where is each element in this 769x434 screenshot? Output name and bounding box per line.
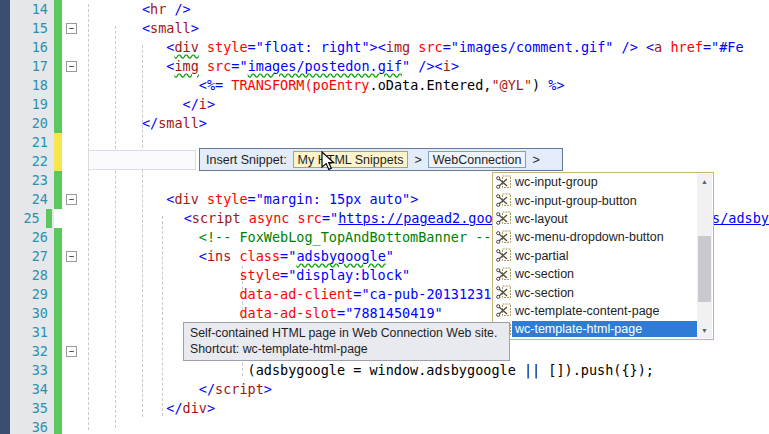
- crumb-separator: >: [532, 153, 539, 167]
- code-line[interactable]: 36: [0, 418, 769, 434]
- fold-margin: [62, 228, 85, 247]
- snippet-icon: [495, 285, 512, 300]
- code-line[interactable]: 14 <hr />: [0, 0, 769, 19]
- snippet-item-label: wc-template-html-page: [512, 321, 697, 337]
- snippet-icon: [495, 248, 512, 263]
- snippet-item[interactable]: wc-input-group: [493, 173, 697, 191]
- change-tracking-bar: [54, 418, 62, 434]
- change-tracking-bar: [54, 285, 62, 304]
- snippet-icon: [495, 230, 512, 245]
- code-line[interactable]: 20 </small>: [0, 114, 769, 133]
- change-tracking-bar: [54, 247, 62, 266]
- snippet-folder-webconnection[interactable]: WebConnection: [428, 151, 527, 168]
- scroll-up-arrow-icon[interactable]: ▲: [697, 174, 712, 189]
- snippet-item-label: wc-input-group-button: [512, 193, 697, 209]
- snippet-icon: [495, 267, 512, 282]
- line-number: 17: [10, 57, 54, 76]
- change-tracking-bar: [54, 342, 62, 361]
- code-text: </div>: [85, 399, 769, 418]
- snippet-item[interactable]: wc-template-html-page: [493, 320, 697, 338]
- snippet-tooltip: Self-contained HTML page in Web Connecti…: [183, 322, 510, 361]
- snippet-item[interactable]: wc-layout: [493, 210, 697, 228]
- scroll-thumb[interactable]: [698, 236, 711, 302]
- line-number: 21: [10, 133, 54, 152]
- snippet-item[interactable]: wc-section: [493, 283, 697, 301]
- snippet-item-label: wc-section: [512, 266, 697, 282]
- code-text: <small>: [85, 19, 769, 38]
- code-line[interactable]: 33 (adsbygoogle = window.adsbygoogle || …: [0, 361, 769, 380]
- fold-margin: −: [62, 57, 85, 76]
- fold-collapse-box[interactable]: −: [66, 61, 77, 72]
- change-tracking-bar: [54, 266, 62, 285]
- change-tracking-bar: [54, 0, 62, 19]
- code-text: <div style="float: right"><img src="imag…: [85, 38, 769, 57]
- code-line[interactable]: 34 </script>: [0, 380, 769, 399]
- change-tracking-bar: [54, 361, 62, 380]
- change-tracking-bar: [54, 323, 62, 342]
- line-number: 15: [10, 19, 54, 38]
- line-number: 20: [10, 114, 54, 133]
- change-tracking-bar: [54, 228, 62, 247]
- snippet-item-label: wc-input-group: [512, 174, 697, 190]
- mouse-cursor-icon: [321, 151, 335, 176]
- fold-collapse-box[interactable]: −: [66, 251, 77, 262]
- snippet-item-label: wc-partial: [512, 248, 697, 264]
- fold-margin: [52, 209, 70, 228]
- code-text: <hr />: [85, 0, 769, 19]
- snippet-item[interactable]: wc-input-group-button: [493, 191, 697, 209]
- line-number: 34: [10, 380, 54, 399]
- snippet-icon: [495, 211, 512, 226]
- code-line[interactable]: 19 </i>: [0, 95, 769, 114]
- code-line[interactable]: 16 <div style="float: right"><img src="i…: [0, 38, 769, 57]
- change-tracking-bar: [54, 38, 62, 57]
- fold-margin: [62, 418, 85, 434]
- fold-margin: [62, 323, 85, 342]
- code-text: [85, 418, 769, 434]
- line-number: 23: [10, 171, 54, 190]
- snippet-item-label: wc-menu-dropdown-button: [512, 229, 697, 245]
- snippet-item[interactable]: wc-menu-dropdown-button: [493, 228, 697, 246]
- line-number: 36: [10, 418, 54, 434]
- snippet-folder-my-html-snippets[interactable]: My HTML Snippets: [293, 151, 409, 168]
- code-line[interactable]: 35 </div>: [0, 399, 769, 418]
- change-tracking-bar: [54, 380, 62, 399]
- code-text: <img src="images/postedon.gif" /><i>: [85, 57, 769, 76]
- line-number: 18: [10, 76, 54, 95]
- scroll-down-arrow-icon[interactable]: ▼: [697, 323, 712, 338]
- fold-margin: [62, 361, 85, 380]
- fold-margin: −: [62, 19, 85, 38]
- line-number: 31: [10, 323, 54, 342]
- snippet-item[interactable]: wc-section: [493, 265, 697, 283]
- fold-margin: [62, 133, 85, 152]
- line-number: 29: [10, 285, 54, 304]
- fold-collapse-box[interactable]: −: [66, 346, 77, 357]
- snippet-item-label: wc-template-content-page: [512, 303, 697, 319]
- line-number: 26: [10, 228, 54, 247]
- code-line[interactable]: 15− <small>: [0, 19, 769, 38]
- line-number: 27: [10, 247, 54, 266]
- fold-collapse-box[interactable]: −: [66, 23, 77, 34]
- line-number: 32: [10, 342, 54, 361]
- fold-collapse-box[interactable]: −: [66, 194, 77, 205]
- fold-margin: [62, 38, 85, 57]
- tooltip-shortcut: Shortcut: wc-template-html-page: [190, 341, 503, 357]
- line-number: 33: [10, 361, 54, 380]
- tooltip-description: Self-contained HTML page in Web Connecti…: [190, 325, 503, 341]
- fold-margin: [62, 0, 85, 19]
- snippet-item[interactable]: wc-partial: [493, 247, 697, 265]
- fold-margin: [62, 399, 85, 418]
- snippet-list-scrollbar[interactable]: ▲ ▼: [697, 174, 712, 338]
- fold-margin: [62, 171, 85, 190]
- snippet-insertion-field: [88, 150, 196, 170]
- snippet-item[interactable]: wc-template-content-page: [493, 302, 697, 320]
- fold-margin: [62, 304, 85, 323]
- insert-snippet-label: Insert Snippet:: [206, 153, 287, 167]
- change-tracking-bar: [54, 399, 62, 418]
- fold-margin: [62, 285, 85, 304]
- code-line[interactable]: 17− <img src="images/postedon.gif" /><i>: [0, 57, 769, 76]
- code-line[interactable]: 18 <%= TRANSFORM(poEntry.oData.Entered,"…: [0, 76, 769, 95]
- snippet-item-label: wc-section: [512, 285, 697, 301]
- change-tracking-bar: [54, 19, 62, 38]
- code-text: </script>: [85, 380, 769, 399]
- snippet-list-items: wc-input-group wc-input-group-button wc-…: [493, 173, 697, 339]
